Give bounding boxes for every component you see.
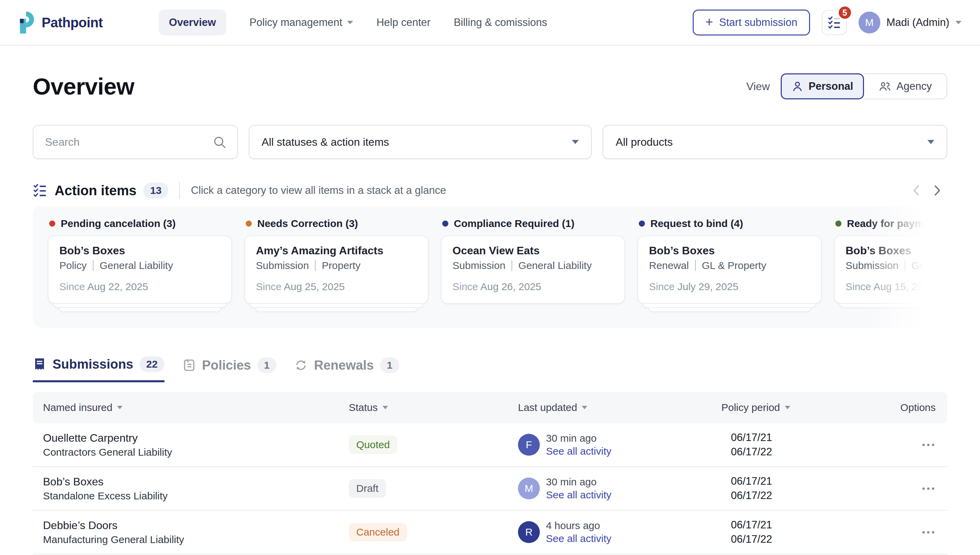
insured-product: Contractors General Liability <box>43 446 349 458</box>
action-item-card[interactable]: Ocean View Eats Submission General Liabi… <box>441 236 625 304</box>
card-insured-name: Bob’s Boxes <box>59 244 221 257</box>
status-badge: Canceled <box>349 523 407 541</box>
plus-icon: + <box>705 15 713 28</box>
card-stack-edge <box>643 304 816 308</box>
action-items-tray-button[interactable]: 5 <box>821 10 847 35</box>
see-all-activity-link[interactable]: See all activity <box>546 533 612 544</box>
user-name: Madi (Admin) <box>887 16 949 29</box>
column-options: Options <box>900 402 947 413</box>
category-label-needs-correction[interactable]: Needs Correction (3) <box>244 218 429 229</box>
avatar: R <box>518 521 540 543</box>
column-policy-period[interactable]: Policy period <box>721 402 900 413</box>
column-last-updated[interactable]: Last updated <box>518 402 721 413</box>
card-type: Policy <box>59 260 86 271</box>
main-nav: Overview Policy management Help center B… <box>159 10 547 35</box>
search-input[interactable] <box>34 136 237 149</box>
person-icon <box>792 80 803 92</box>
product-filter-value: All products <box>616 136 673 149</box>
insured-name: Debbie’s Doors <box>43 519 349 532</box>
action-item-card[interactable]: Bob’s Boxes Policy General Liability Sin… <box>48 236 232 304</box>
sort-caret-icon <box>785 406 790 409</box>
card-insured-name: Bob’s Boxes <box>649 244 810 257</box>
card-stack-edge <box>255 308 418 312</box>
period-end: 06/17/22 <box>731 532 900 547</box>
status-filter-select[interactable]: All statuses & action items <box>249 125 592 159</box>
carousel-prev-button[interactable] <box>906 180 927 201</box>
card-stack-edge <box>53 304 227 308</box>
scroll-icon <box>182 358 196 372</box>
nav-item-overview[interactable]: Overview <box>159 10 226 35</box>
tabs: Submissions 22 Policies 1 <box>33 356 947 382</box>
pathpoint-logo[interactable]: Pathpoint <box>18 11 103 34</box>
table-row[interactable]: Bob’s Boxes Standalone Excess Liability … <box>33 467 947 511</box>
period-end: 06/17/22 <box>731 445 900 459</box>
chevron-right-icon <box>929 183 945 198</box>
start-submission-label: Start submission <box>719 16 797 29</box>
view-personal-label: Personal <box>809 80 853 93</box>
see-all-activity-link[interactable]: See all activity <box>546 489 612 501</box>
nav-item-policy-management[interactable]: Policy management <box>250 16 353 29</box>
category-label-request-to-bind[interactable]: Request to bind (4) <box>637 218 821 229</box>
category-column: Compliance Required (1) Ocean View Eats … <box>441 218 625 328</box>
sort-caret-icon <box>383 406 388 409</box>
column-status[interactable]: Status <box>349 402 518 413</box>
action-item-card[interactable]: Bob’s Boxes Renewal GL & Property Since … <box>637 236 821 304</box>
brand-name: Pathpoint <box>42 15 103 30</box>
column-named-insured[interactable]: Named insured <box>33 402 349 413</box>
card-insured-name: Amy’s Amazing Artifacts <box>256 244 417 257</box>
sort-caret-icon <box>582 406 587 409</box>
card-product: General Liability <box>518 260 592 271</box>
carousel-next-button[interactable] <box>927 180 947 201</box>
action-items-carousel: Pending cancelation (3) Bob’s Boxes Poli… <box>33 206 947 328</box>
tab-count-badge: 22 <box>139 356 165 372</box>
nav-item-label: Policy management <box>250 16 342 29</box>
row-options-button[interactable] <box>922 444 934 446</box>
category-label-pending-cancelation[interactable]: Pending cancelation (3) <box>48 218 232 229</box>
status-dot <box>49 220 55 227</box>
chevron-down-icon <box>347 21 353 24</box>
top-navbar: Pathpoint Overview Policy management Hel… <box>0 0 980 46</box>
search-icon <box>213 135 227 149</box>
view-agency-button[interactable]: Agency <box>864 74 947 99</box>
period-start: 06/17/21 <box>731 430 900 445</box>
status-dot <box>246 220 252 227</box>
card-product: General Liability <box>99 260 173 271</box>
table-header: Named insured Status Last updated Policy… <box>33 392 947 423</box>
view-label: View <box>746 80 770 93</box>
divider <box>315 260 315 271</box>
insured-product: Manufacturing General Liability <box>43 534 349 545</box>
updated-time: 4 hours ago <box>546 520 612 531</box>
action-item-card[interactable]: Amy’s Amazing Artifacts Submission Prope… <box>244 236 429 304</box>
user-menu[interactable]: M Madi (Admin) <box>858 11 962 34</box>
card-type: Submission <box>452 260 505 271</box>
tab-renewals[interactable]: Renewals 1 <box>294 356 399 382</box>
tab-submissions[interactable]: Submissions 22 <box>33 356 165 382</box>
card-stack-edge <box>649 308 811 312</box>
user-avatar: M <box>858 11 881 34</box>
start-submission-button[interactable]: + Start submission <box>693 10 810 35</box>
table-row[interactable]: Ouellette Carpentry Contractors General … <box>33 423 947 467</box>
status-badge: Quoted <box>349 436 397 454</box>
status-dot <box>835 220 841 227</box>
see-all-activity-link[interactable]: See all activity <box>546 446 612 457</box>
chevron-left-icon <box>909 183 924 198</box>
chevron-down-icon <box>956 21 962 24</box>
app-window: Pathpoint Overview Policy management Hel… <box>0 0 980 555</box>
updated-time: 30 min ago <box>546 476 612 488</box>
row-options-button[interactable] <box>922 488 934 490</box>
table-row[interactable]: Debbie’s Doors Manufacturing General Lia… <box>33 511 947 554</box>
caret-down-icon <box>572 140 579 144</box>
view-personal-button[interactable]: Personal <box>781 74 864 99</box>
row-options-button[interactable] <box>922 531 934 534</box>
nav-item-billing-comissions[interactable]: Billing & comissions <box>454 16 547 29</box>
card-product: Property <box>322 260 360 271</box>
category-label-compliance-required[interactable]: Compliance Required (1) <box>441 218 625 229</box>
category-column: Request to bind (4) Bob’s Boxes Renewal … <box>637 218 821 328</box>
carousel-edge-fade <box>865 206 947 328</box>
product-filter-select[interactable]: All products <box>603 125 947 159</box>
people-icon <box>879 80 891 92</box>
tab-policies[interactable]: Policies 1 <box>182 356 276 382</box>
tab-count-badge: 1 <box>380 358 400 373</box>
receipt-icon <box>33 358 46 371</box>
nav-item-help-center[interactable]: Help center <box>376 16 431 29</box>
